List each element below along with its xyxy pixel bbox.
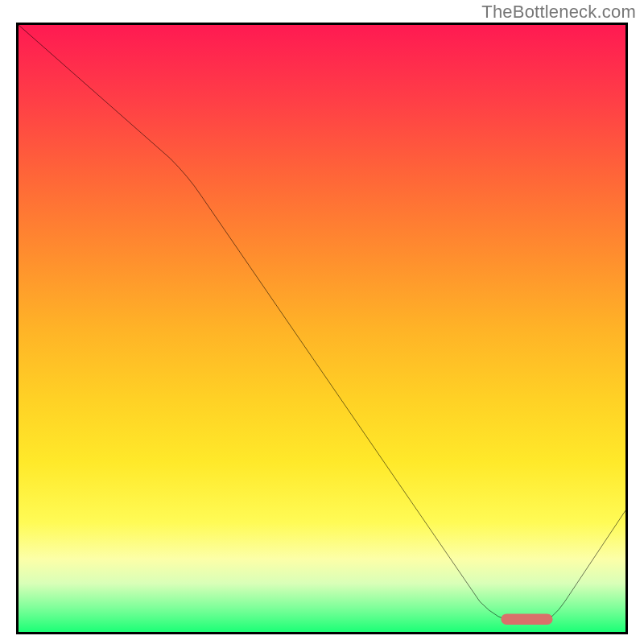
- optimal-range-marker: [501, 613, 552, 625]
- curve-layer: [19, 25, 625, 632]
- bottleneck-curve-path: [19, 25, 625, 621]
- plot-frame: [16, 23, 628, 634]
- watermark-text: TheBottleneck.com: [481, 2, 636, 23]
- chart-canvas: TheBottleneck.com: [0, 0, 644, 644]
